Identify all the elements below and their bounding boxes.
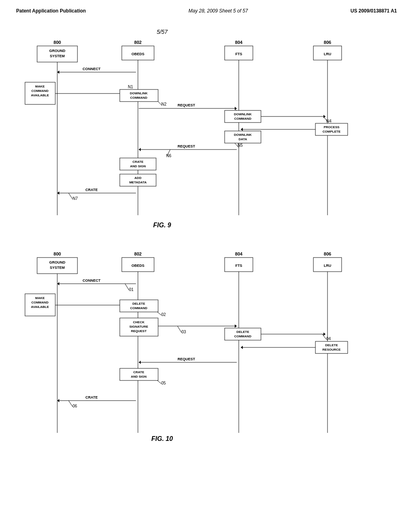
svg-text:CONNECT: CONNECT xyxy=(83,278,101,283)
svg-text:MAKE: MAKE xyxy=(35,296,45,300)
header: Patent Application Publication May 28, 2… xyxy=(16,8,397,14)
svg-text:METADATA: METADATA xyxy=(129,181,146,184)
svg-text:COMMAND: COMMAND xyxy=(130,306,148,310)
svg-text:REQUEST: REQUEST xyxy=(177,144,195,148)
svg-text:CHECK: CHECK xyxy=(133,320,145,324)
svg-marker-106 xyxy=(235,324,237,328)
svg-text:COMMAND: COMMAND xyxy=(234,335,252,338)
svg-text:05: 05 xyxy=(161,381,166,385)
svg-text:806: 806 xyxy=(324,40,331,45)
svg-text:CRATE: CRATE xyxy=(133,160,144,164)
svg-text:SIGNATURE: SIGNATURE xyxy=(129,325,148,328)
svg-text:FTS: FTS xyxy=(236,52,242,56)
svg-text:COMMAND: COMMAND xyxy=(31,89,49,93)
svg-text:DELETE: DELETE xyxy=(236,330,249,334)
fig9: 5/57 800 GROUND SYSTEM 802 OBEDS 804 xyxy=(25,26,388,235)
svg-marker-19 xyxy=(57,71,59,74)
svg-text:DELETE: DELETE xyxy=(325,343,338,347)
svg-text:GROUND: GROUND xyxy=(49,260,65,264)
svg-text:OBEDS: OBEDS xyxy=(131,264,144,268)
svg-text:N2: N2 xyxy=(161,102,167,106)
svg-text:N1: N1 xyxy=(128,85,133,89)
svg-text:800: 800 xyxy=(54,251,61,256)
svg-text:AVAILABLE: AVAILABLE xyxy=(31,305,49,309)
svg-marker-126 xyxy=(139,361,141,364)
svg-text:01: 01 xyxy=(129,287,134,292)
header-right: US 2009/0138871 A1 xyxy=(350,8,397,14)
fig10: 800 GROUND SYSTEM 802 OBEDS 804 FTS 806 … xyxy=(25,247,388,453)
svg-text:04: 04 xyxy=(326,337,331,341)
svg-text:DOWNLINK: DOWNLINK xyxy=(234,133,252,137)
svg-text:CONNECT: CONNECT xyxy=(83,67,101,71)
svg-line-70 xyxy=(69,193,73,199)
svg-text:CRATE: CRATE xyxy=(86,395,98,399)
svg-text:N7: N7 xyxy=(73,196,78,201)
svg-text:GROUND: GROUND xyxy=(49,49,65,53)
fig10-svg: 800 GROUND SYSTEM 802 OBEDS 804 FTS 806 … xyxy=(25,247,388,453)
svg-text:802: 802 xyxy=(134,40,142,45)
svg-text:REQUEST: REQUEST xyxy=(177,357,195,361)
fig9-svg: 5/57 800 GROUND SYSTEM 802 OBEDS 804 xyxy=(25,26,388,235)
svg-text:03: 03 xyxy=(181,330,186,334)
svg-marker-90 xyxy=(57,282,59,285)
page: Patent Application Publication May 28, 2… xyxy=(0,0,413,532)
header-left: Patent Application Publication xyxy=(16,8,86,14)
svg-marker-124 xyxy=(241,346,243,349)
svg-text:FTS: FTS xyxy=(236,264,242,268)
svg-text:CRATE: CRATE xyxy=(86,188,98,192)
svg-text:COMPLETE: COMPLETE xyxy=(323,130,341,133)
svg-marker-67 xyxy=(57,191,59,195)
svg-text:800: 800 xyxy=(54,40,61,45)
svg-marker-117 xyxy=(323,332,325,336)
svg-text:FIG. 9: FIG. 9 xyxy=(153,222,171,229)
svg-line-93 xyxy=(125,284,129,290)
svg-text:DATA: DATA xyxy=(238,137,247,141)
svg-text:SYSTEM: SYSTEM xyxy=(50,266,65,270)
svg-text:804: 804 xyxy=(235,40,243,45)
svg-line-112 xyxy=(177,326,181,332)
svg-marker-56 xyxy=(139,148,141,151)
svg-text:804: 804 xyxy=(235,251,243,256)
diagram-container: 5/57 800 GROUND SYSTEM 802 OBEDS 804 xyxy=(25,26,388,453)
svg-text:REQUEST: REQUEST xyxy=(177,103,195,107)
svg-text:REQUEST: REQUEST xyxy=(131,329,147,333)
svg-marker-49 xyxy=(241,128,243,131)
svg-text:LRU: LRU xyxy=(324,52,332,56)
svg-text:RESOURCE: RESOURCE xyxy=(322,348,341,351)
svg-text:DOWNLINK: DOWNLINK xyxy=(130,91,148,95)
svg-text:COMMAND: COMMAND xyxy=(31,301,49,304)
svg-text:LRU: LRU xyxy=(324,264,332,268)
svg-text:MAKE: MAKE xyxy=(35,85,45,88)
svg-marker-134 xyxy=(57,399,59,402)
svg-line-132 xyxy=(157,380,161,384)
svg-text:PROCESS: PROCESS xyxy=(323,125,340,129)
svg-text:COMMAND: COMMAND xyxy=(130,96,148,100)
svg-text:AND SIGN: AND SIGN xyxy=(130,164,146,168)
svg-text:ADD: ADD xyxy=(134,176,142,180)
svg-text:FIG. 10: FIG. 10 xyxy=(151,435,173,442)
svg-text:02: 02 xyxy=(161,312,166,317)
svg-text:SYSTEM: SYSTEM xyxy=(50,54,65,58)
svg-text:OBEDS: OBEDS xyxy=(131,52,144,56)
svg-text:806: 806 xyxy=(324,251,331,256)
svg-line-104 xyxy=(157,312,161,315)
svg-text:DOWNLINK: DOWNLINK xyxy=(234,112,252,116)
svg-text:802: 802 xyxy=(134,251,142,256)
svg-text:DELETE: DELETE xyxy=(132,302,145,305)
svg-text:06: 06 xyxy=(73,404,77,408)
header-center: May 28, 2009 Sheet 5 of 57 xyxy=(188,8,248,14)
svg-text:CRATE: CRATE xyxy=(133,370,145,374)
svg-text:COMMAND: COMMAND xyxy=(234,117,252,121)
svg-line-137 xyxy=(69,401,73,407)
svg-text:5/57: 5/57 xyxy=(156,29,168,35)
svg-text:AND SIGN: AND SIGN xyxy=(131,375,146,378)
svg-text:AVAILABLE: AVAILABLE xyxy=(31,94,49,97)
